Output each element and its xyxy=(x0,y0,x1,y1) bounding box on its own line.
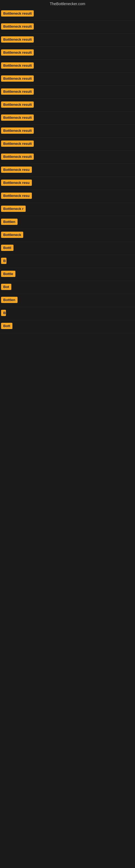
bottleneck-badge-8[interactable]: Bottleneck result xyxy=(1,115,34,121)
bottleneck-badge-0[interactable]: Bottleneck result xyxy=(1,10,34,17)
results-list: Bottleneck resultBottleneck resultBottle… xyxy=(0,8,135,333)
bottleneck-badge-9[interactable]: Bottleneck result xyxy=(1,127,34,134)
result-row-22: Bottlen xyxy=(0,294,135,307)
bottleneck-badge-2[interactable]: Bottleneck result xyxy=(1,36,34,42)
result-row-11: Bottleneck result xyxy=(0,151,135,164)
result-row-24: Bott xyxy=(0,320,135,333)
bottleneck-badge-23[interactable]: B xyxy=(1,310,6,316)
result-row-10: Bottleneck result xyxy=(0,138,135,151)
bottleneck-badge-17[interactable]: Bottleneck xyxy=(1,231,23,238)
result-row-18: Bottl xyxy=(0,242,135,255)
result-row-2: Bottleneck result xyxy=(0,34,135,46)
result-row-0: Bottleneck result xyxy=(0,8,135,21)
bottleneck-badge-1[interactable]: Bottleneck result xyxy=(1,23,34,30)
result-row-23: B xyxy=(0,307,135,320)
result-row-6: Bottleneck result xyxy=(0,86,135,99)
bottleneck-badge-16[interactable]: Bottlen xyxy=(1,219,17,225)
page-wrapper: TheBottlenecker.com Bottleneck resultBot… xyxy=(0,0,135,333)
result-row-16: Bottlen xyxy=(0,216,135,229)
bottleneck-badge-13[interactable]: Bottleneck resu xyxy=(1,180,32,186)
result-row-1: Bottleneck result xyxy=(0,21,135,34)
result-row-14: Bottleneck resu xyxy=(0,190,135,203)
result-row-9: Bottleneck result xyxy=(0,125,135,138)
bottleneck-badge-22[interactable]: Bottlen xyxy=(1,297,17,303)
result-row-8: Bottleneck result xyxy=(0,112,135,125)
result-row-13: Bottleneck resu xyxy=(0,177,135,190)
bottleneck-badge-18[interactable]: Bottl xyxy=(1,245,13,251)
site-title: TheBottlenecker.com xyxy=(0,0,135,8)
result-row-12: Bottleneck resu xyxy=(0,164,135,177)
result-row-4: Bottleneck result xyxy=(0,60,135,73)
bottleneck-badge-21[interactable]: Bot xyxy=(1,284,11,290)
result-row-21: Bot xyxy=(0,281,135,294)
bottleneck-badge-14[interactable]: Bottleneck resu xyxy=(1,193,32,199)
bottleneck-badge-12[interactable]: Bottleneck resu xyxy=(1,166,32,173)
result-row-5: Bottleneck result xyxy=(0,73,135,86)
bottleneck-badge-6[interactable]: Bottleneck result xyxy=(1,88,34,95)
result-row-20: Bottle xyxy=(0,268,135,281)
result-row-17: Bottleneck xyxy=(0,229,135,242)
bottleneck-badge-7[interactable]: Bottleneck result xyxy=(1,101,34,108)
bottleneck-badge-24[interactable]: Bott xyxy=(1,323,12,329)
result-row-15: Bottleneck r xyxy=(0,203,135,216)
bottleneck-badge-20[interactable]: Bottle xyxy=(1,271,15,277)
bottleneck-badge-19[interactable]: B xyxy=(1,258,6,264)
result-row-7: Bottleneck result xyxy=(0,99,135,112)
bottleneck-badge-10[interactable]: Bottleneck result xyxy=(1,141,34,147)
bottleneck-badge-15[interactable]: Bottleneck r xyxy=(1,206,26,212)
result-row-3: Bottleneck result xyxy=(0,46,135,60)
bottleneck-badge-4[interactable]: Bottleneck result xyxy=(1,62,34,69)
bottleneck-badge-3[interactable]: Bottleneck result xyxy=(1,50,34,56)
bottleneck-badge-11[interactable]: Bottleneck result xyxy=(1,154,34,160)
result-row-19: B xyxy=(0,255,135,268)
bottleneck-badge-5[interactable]: Bottleneck result xyxy=(1,75,34,82)
